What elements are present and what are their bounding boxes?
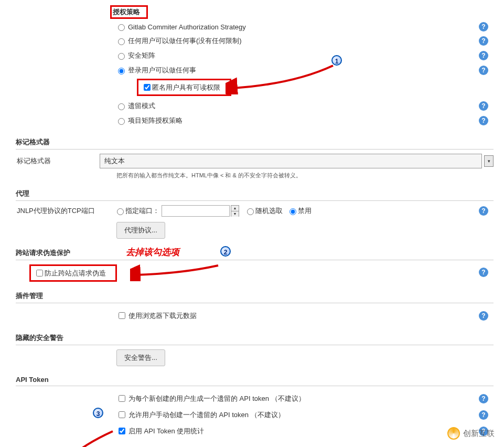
auth-label-anyone: 任何用户可以做任何事(没有任何限制) (128, 36, 242, 46)
markup-section-title: 标记格式器 (16, 137, 494, 150)
help-icon[interactable]: ? (479, 394, 488, 403)
help-icon[interactable]: ? (479, 311, 488, 321)
auth-label-matrix: 安全矩阵 (128, 51, 155, 60)
help-icon[interactable]: ? (479, 66, 488, 75)
csrf-option-box: 防止跨站点请求伪造 (29, 264, 117, 282)
markup-helper-text: 把所有的输入都当作纯文本。HTML中像 < 和 & 的不安全字符会被转义。 (116, 172, 494, 179)
help-icon[interactable]: ? (479, 410, 488, 420)
port-spinner[interactable]: ▲▼ (231, 205, 239, 217)
logo-swirl-icon (447, 427, 460, 440)
hidden-warnings-title: 隐藏的安全警告 (16, 333, 494, 345)
api-token-opt2-checkbox[interactable] (119, 411, 125, 418)
help-icon[interactable]: ? (479, 206, 488, 216)
annotation-note-remove: 去掉该勾选项 (126, 246, 179, 258)
api-token-opt1-checkbox[interactable] (119, 395, 125, 402)
port-fixed-label: 指定端口： (125, 206, 159, 216)
auth-radio-loggedin[interactable] (118, 68, 125, 74)
branding-text: 创新互联 (463, 429, 495, 439)
api-token-title: API Token (16, 376, 494, 386)
help-icon[interactable]: ? (479, 268, 488, 277)
auth-radio-matrix[interactable] (118, 53, 125, 60)
auth-label-gitlab: Gitlab Commiter Authorization Strategy (128, 23, 246, 31)
markup-label: 标记格式器 (16, 156, 100, 166)
port-disabled-radio[interactable] (289, 208, 296, 215)
anonymous-read-label: 匿名用户具有可读权限 (152, 83, 220, 92)
auth-radio-anyone[interactable] (118, 38, 125, 45)
auth-radio-gitlab[interactable] (118, 24, 125, 31)
jnlp-port-label: JNLP代理协议的TCP端口 (16, 206, 114, 216)
help-icon[interactable]: ? (479, 101, 488, 111)
auth-label-projectmatrix: 项目矩阵授权策略 (128, 116, 183, 125)
auth-strategy-title: 授权策略 (110, 5, 148, 19)
port-random-label: 随机选取 (255, 206, 283, 216)
anonymous-read-box: 匿名用户具有可读权限 (137, 79, 231, 96)
csrf-label: 防止跨站点请求伪造 (45, 269, 106, 278)
api-token-opt1-label: 为每个新创建的用户生成一个遗留的 API token （不建议） (128, 394, 305, 403)
annotation-badge-2: 2 (220, 246, 231, 257)
agent-protocols-button[interactable]: 代理协议... (116, 222, 165, 239)
annotation-badge-3: 3 (93, 408, 103, 418)
markup-selected-value: 纯文本 (104, 156, 125, 166)
browser-download-checkbox[interactable] (119, 312, 125, 319)
api-token-opt3-checkbox[interactable] (119, 428, 125, 434)
auth-label-legacy: 遗留模式 (128, 101, 155, 111)
help-icon[interactable]: ? (479, 51, 488, 60)
anonymous-read-checkbox[interactable] (144, 84, 151, 91)
api-token-opt3-label: 启用 API Token 使用统计 (128, 427, 204, 436)
markup-select[interactable]: 纯文本 (100, 154, 482, 168)
port-random-radio[interactable] (247, 208, 254, 215)
port-disabled-label: 禁用 (298, 206, 312, 216)
agents-section-title: 代理 (16, 189, 494, 201)
auth-radio-legacy[interactable] (118, 103, 125, 110)
annotation-badge-1: 1 (331, 55, 342, 66)
chevron-down-icon[interactable]: ▾ (484, 155, 494, 167)
help-icon[interactable]: ? (479, 22, 488, 31)
auth-radio-projectmatrix[interactable] (118, 118, 125, 125)
csrf-section-title: 跨站请求伪造保护 (16, 248, 494, 260)
api-token-opt2-label: 允许用户手动创建一个遗留的 API token （不建议） (128, 410, 285, 420)
security-warnings-button[interactable]: 安全警告... (116, 349, 165, 366)
plugin-section-title: 插件管理 (16, 291, 494, 303)
port-number-input[interactable] (162, 205, 230, 217)
port-fixed-radio[interactable] (117, 208, 124, 215)
branding-logo: 创新互联 (447, 427, 495, 440)
help-icon[interactable]: ? (479, 36, 488, 46)
auth-label-loggedin: 登录用户可以做任何事 (128, 66, 196, 75)
csrf-checkbox[interactable] (36, 270, 43, 276)
browser-download-label: 使用浏览器下载元数据 (128, 311, 197, 321)
help-icon[interactable]: ? (479, 116, 488, 125)
